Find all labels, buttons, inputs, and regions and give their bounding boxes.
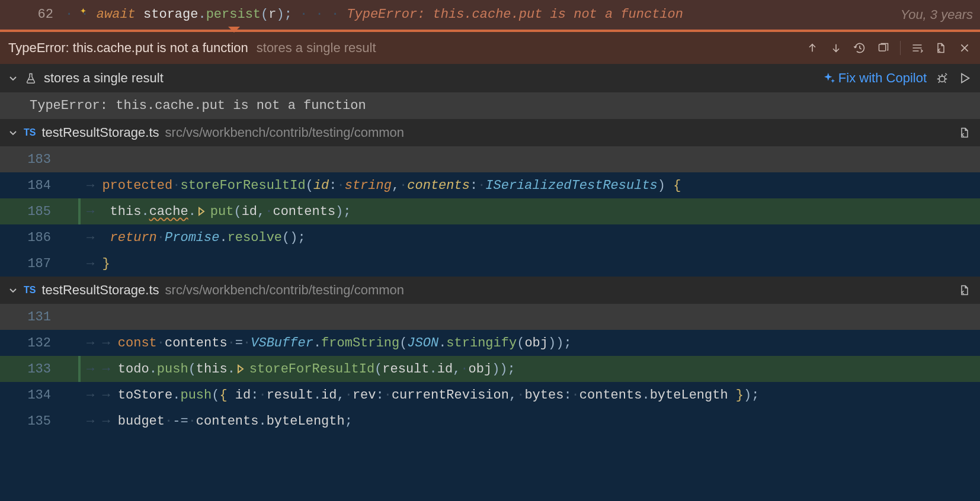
svg-point-1	[939, 76, 945, 82]
code-line: 135 → → budget·-=·contents.byteLength;	[0, 408, 980, 434]
line-number: 184	[0, 178, 65, 193]
error-subtitle: stores a single result	[257, 40, 376, 56]
close-icon[interactable]	[957, 41, 972, 55]
code-line: 132 → → const·contents·=·VSBuffer.fromSt…	[0, 330, 980, 356]
line-number: 185	[0, 204, 65, 219]
error-summary-bar: TypeError: this.cache.put is not a funct…	[0, 32, 980, 64]
test-header: stores a single result Fix with Copilot	[0, 64, 980, 92]
ts-badge-icon: TS	[24, 285, 36, 296]
separator	[900, 41, 901, 55]
code-line: 187 → }	[0, 250, 980, 277]
svg-rect-0	[879, 44, 886, 51]
list-icon[interactable]	[910, 41, 924, 55]
file-path: src/vs/workbench/contrib/testing/common	[165, 125, 405, 140]
arrow-down-icon[interactable]	[829, 41, 843, 55]
code-content: · · await storage.persist(r); · · · Type…	[65, 7, 901, 22]
ts-badge-icon: TS	[24, 127, 36, 138]
code-line: 134 → → toStore.push({ id:·result.id,·re…	[0, 382, 980, 408]
error-message-row: TypeError: this.cache.put is not a funct…	[0, 92, 980, 119]
run-icon[interactable]	[957, 71, 972, 85]
line-number: 62	[0, 7, 65, 22]
error-actions	[805, 41, 972, 55]
chevron-down-icon[interactable]	[8, 73, 18, 83]
code-line: 131	[0, 304, 980, 330]
line-number: 131	[0, 310, 65, 325]
goto-file-icon[interactable]	[934, 41, 948, 55]
code-line: 184 → protected·storeForResultId(id:·str…	[0, 172, 980, 198]
goto-file-icon[interactable]	[957, 126, 972, 140]
code-line: 186 → return·Promise.resolve();	[0, 224, 980, 250]
chevron-down-icon[interactable]	[8, 285, 18, 295]
sparkle-icon[interactable]: ✦	[80, 4, 87, 17]
line-number: 186	[0, 230, 65, 245]
file-path: src/vs/workbench/contrib/testing/common	[165, 282, 405, 298]
error-marker-icon	[228, 27, 240, 33]
file-name: testResultStorage.ts	[41, 125, 159, 140]
beaker-icon	[25, 72, 37, 85]
line-number: 133	[0, 362, 65, 377]
code-line-added: 185 → this.cache.put(id,·contents);	[0, 198, 980, 224]
fix-copilot-label: Fix with Copilot	[838, 70, 927, 86]
line-number: 135	[0, 414, 65, 429]
git-blame-annotation: You, 3 years	[901, 7, 980, 23]
frame-marker-icon	[235, 364, 246, 374]
line-number: 183	[0, 152, 65, 167]
line-number: 132	[0, 336, 65, 351]
debug-icon[interactable]	[935, 71, 949, 85]
fix-with-copilot-button[interactable]: Fix with Copilot	[824, 70, 927, 86]
file-header-2[interactable]: TS testResultStorage.ts src/vs/workbench…	[0, 277, 980, 304]
code-line-added: 133 → → todo.push(this.storeForResultId(…	[0, 356, 980, 382]
goto-file-icon[interactable]	[957, 283, 972, 297]
line-number: 187	[0, 256, 65, 271]
arrow-up-icon[interactable]	[805, 41, 819, 55]
code-block-2: 131 132 → → const·contents·=·VSBuffer.fr…	[0, 304, 980, 434]
code-line: 183	[0, 146, 980, 172]
top-error-code-line: 62 ✦ · · await storage.persist(r); · · ·…	[0, 0, 980, 30]
open-window-icon[interactable]	[876, 41, 891, 55]
frame-marker-icon	[196, 206, 207, 217]
code-block-1: 183 184 → protected·storeForResultId(id:…	[0, 146, 980, 277]
line-number: 134	[0, 388, 65, 403]
file-header-1[interactable]: TS testResultStorage.ts src/vs/workbench…	[0, 119, 980, 146]
history-icon[interactable]	[853, 41, 867, 55]
file-name: testResultStorage.ts	[41, 282, 159, 298]
error-title: TypeError: this.cache.put is not a funct…	[8, 40, 248, 56]
test-name: stores a single result	[44, 70, 164, 86]
chevron-down-icon[interactable]	[8, 128, 18, 137]
